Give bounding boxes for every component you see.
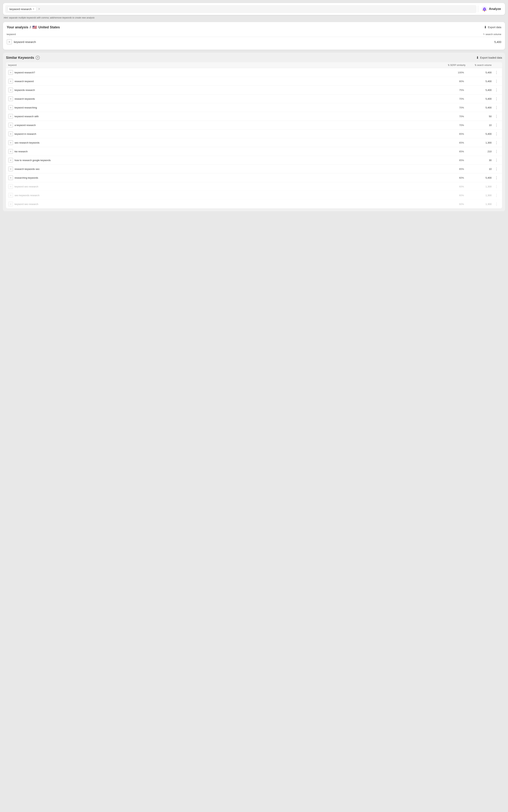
row-menu-button[interactable]: ⋮ (493, 123, 500, 127)
sim-table-row: + keyword research? 100% 5,400 ⋮ (6, 68, 502, 77)
sim-col-volume-label: search volume (477, 64, 492, 67)
row-menu-button[interactable]: ⋮ (493, 106, 500, 110)
sim-table-row: + seo research keywords 65% 1,300 ⋮ (6, 138, 502, 147)
sim-serp-value: 65% (441, 159, 467, 162)
vol-sort-icon: ⇅ (475, 64, 476, 67)
sim-kw-cell: + research keyword (8, 79, 441, 84)
row-menu-button[interactable]: ⋮ (493, 176, 500, 180)
similar-keywords-table: keyword ⇅ SERP similarity ⇅ search volum… (6, 63, 502, 208)
sim-add-folder-icon[interactable]: + (8, 158, 13, 163)
sim-add-folder-icon[interactable]: + (8, 131, 13, 136)
sim-add-folder-icon[interactable]: + (8, 193, 13, 198)
sim-add-folder-icon[interactable]: + (8, 123, 13, 127)
row-menu-button[interactable]: ⋮ (493, 79, 500, 83)
tag-close-button[interactable]: × (33, 8, 34, 10)
row-menu-button[interactable]: ⋮ (493, 97, 500, 101)
sim-add-folder-icon[interactable]: + (8, 87, 13, 92)
add-to-folder-icon[interactable]: + (7, 39, 12, 44)
sim-add-folder-icon[interactable]: + (8, 96, 13, 101)
sim-add-folder-icon[interactable]: + (8, 140, 13, 145)
row-menu-button[interactable]: ⋮ (493, 193, 500, 197)
sim-volume-value: 210 (467, 150, 493, 153)
sim-add-folder-icon[interactable]: + (8, 184, 13, 189)
sim-volume-value: 1,300 (467, 141, 493, 144)
hint-text: Hint: separate multiple keywords with co… (3, 16, 505, 19)
search-bar: keyword research × × Analyze (3, 3, 505, 15)
export-loaded-button[interactable]: ⬇ Export loaded data (476, 56, 502, 60)
sim-volume-value: 10 (467, 124, 493, 127)
sim-kw-cell: + research keywords (8, 96, 441, 101)
similar-header: Similar Keywords ? ⬇ Export loaded data (6, 56, 502, 60)
sim-table-row: + keyword researching 70% 5,400 ⋮ (6, 103, 502, 112)
sim-serp-value: 70% (441, 106, 467, 109)
sim-table-row: + seo keywords research 60% 1,300 ⋮ (6, 191, 502, 200)
sim-add-folder-icon[interactable]: + (8, 175, 13, 180)
analysis-card: Your analysis / 🇺🇸 United States ⬇ Expor… (3, 22, 505, 50)
sim-add-folder-icon[interactable]: + (8, 166, 13, 171)
rocket-icon (481, 6, 488, 12)
kw-left: + keyword research (7, 39, 494, 44)
sim-serp-value: 65% (441, 132, 467, 135)
export-data-label: Export data (488, 26, 501, 29)
sim-table-row: + keyword research with 70% 50 ⋮ (6, 112, 502, 121)
sim-rows-container: + keyword research? 100% 5,400 ⋮ + resea… (6, 68, 502, 208)
sim-add-folder-icon[interactable]: + (8, 70, 13, 75)
sim-serp-value: 70% (441, 115, 467, 118)
sim-kw-name: research keywords seo (14, 168, 40, 170)
sim-table-row: + research keywords seo 65% 10 ⋮ (6, 165, 502, 173)
sim-table-row: + keyword in research 65% 5,400 ⋮ (6, 129, 502, 138)
sim-kw-name: a keyword research (14, 124, 36, 127)
col-volume-header[interactable]: ⇅ search volume (483, 33, 501, 36)
sim-volume-value: 30 (467, 159, 493, 162)
export-data-button[interactable]: ⬇ Export data (484, 25, 501, 29)
sim-table-row: + research keywords 70% 5,400 ⋮ (6, 94, 502, 103)
sim-volume-value: 5,400 (467, 80, 493, 83)
sim-serp-value: 60% (441, 194, 467, 197)
similar-title: Similar Keywords ? (6, 56, 40, 60)
sim-col-serp-header[interactable]: ⇅ SERP similarity (441, 64, 467, 67)
sim-serp-value: 80% (441, 80, 467, 83)
help-icon[interactable]: ? (36, 56, 40, 60)
row-menu-button[interactable]: ⋮ (493, 132, 500, 136)
row-menu-button[interactable]: ⋮ (493, 185, 500, 189)
sim-volume-value: 5,400 (467, 97, 493, 100)
sim-col-serp-label: SERP similarity (450, 64, 465, 67)
sim-add-folder-icon[interactable]: + (8, 114, 13, 119)
export-cloud-icon: ⬇ (484, 25, 487, 29)
sim-col-volume-header[interactable]: ⇅ search volume (467, 64, 493, 67)
sim-add-folder-icon[interactable]: + (8, 202, 13, 206)
row-menu-button[interactable]: ⋮ (493, 149, 500, 154)
sim-table-row: + keyword seo research 60% 1,300 ⋮ (6, 182, 502, 191)
row-menu-button[interactable]: ⋮ (493, 140, 500, 145)
sim-add-folder-icon[interactable]: + (8, 79, 13, 84)
sim-serp-value: 70% (441, 124, 467, 127)
sim-table-row: + kw research 65% 210 ⋮ (6, 147, 502, 156)
sim-volume-value: 5,400 (467, 176, 493, 179)
row-menu-button[interactable]: ⋮ (493, 167, 500, 171)
analysis-title-text: Your analysis (7, 26, 28, 29)
sim-kw-cell: + keyword in research (8, 131, 441, 136)
similar-title-text: Similar Keywords (6, 56, 34, 60)
sim-serp-value: 60% (441, 185, 467, 188)
sim-table-row: + research keyword 80% 5,400 ⋮ (6, 77, 502, 86)
sim-kw-cell: + research keywords seo (8, 166, 441, 171)
sim-serp-value: 65% (441, 141, 467, 144)
sim-add-folder-icon[interactable]: + (8, 149, 13, 154)
sim-table-header: keyword ⇅ SERP similarity ⇅ search volum… (6, 63, 502, 68)
analyze-button[interactable]: Analyze (480, 5, 503, 13)
sim-table-row: + how to research google keywords 65% 30… (6, 156, 502, 165)
row-menu-button[interactable]: ⋮ (493, 202, 500, 206)
sim-kw-cell: + seo keywords research (8, 193, 441, 198)
row-menu-button[interactable]: ⋮ (493, 70, 500, 75)
search-clear-button[interactable]: × (38, 7, 41, 11)
row-menu-button[interactable]: ⋮ (493, 114, 500, 118)
sim-kw-name: keyword research with (14, 115, 39, 118)
sim-volume-value: 5,400 (467, 106, 493, 109)
row-menu-button[interactable]: ⋮ (493, 158, 500, 162)
sim-volume-value: 5,400 (467, 132, 493, 135)
row-menu-button[interactable]: ⋮ (493, 88, 500, 92)
title-separator: / (30, 26, 31, 29)
sim-add-folder-icon[interactable]: + (8, 105, 13, 110)
sim-kw-name: keyword in research (14, 132, 36, 135)
sim-kw-name: researching keywords (14, 176, 38, 179)
